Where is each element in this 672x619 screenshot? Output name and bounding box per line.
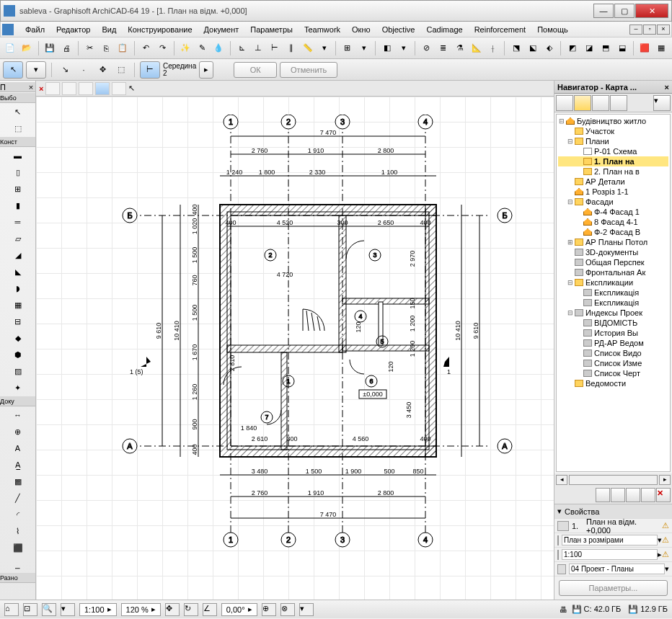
window-tool-icon[interactable]: ⊞: [10, 181, 26, 197]
drawing-tool-icon[interactable]: ⬛: [10, 540, 26, 556]
menu-options[interactable]: Параметры: [244, 24, 299, 35]
angle-icon[interactable]: ∠: [203, 603, 217, 616]
tool2-icon[interactable]: ⬕: [525, 40, 540, 56]
shell-tool-icon[interactable]: ◗: [10, 280, 26, 296]
angle-display[interactable]: 0,00°▸: [221, 603, 257, 616]
snap-guideline-icon[interactable]: ⊾: [234, 40, 249, 56]
tree-hscroll[interactable]: ◂ ▸: [554, 473, 672, 486]
scroll-right-icon[interactable]: ▸: [659, 475, 671, 485]
marquee-icon[interactable]: ⬚: [113, 62, 129, 78]
mdi-restore[interactable]: ▫: [643, 25, 656, 35]
toolbox-more-header[interactable]: Разно: [0, 573, 35, 583]
paste-icon[interactable]: 📋: [115, 40, 131, 56]
menu-reinforcement[interactable]: Reinforcement: [469, 24, 532, 35]
lamp-tool-icon[interactable]: ✦: [10, 380, 26, 396]
morph-tool-icon[interactable]: ◆: [10, 330, 26, 346]
slab-tool-icon[interactable]: ▱: [10, 231, 26, 246]
penset-input[interactable]: [569, 564, 665, 574]
column-tool-icon[interactable]: ▮: [10, 197, 26, 213]
status-tool3-icon[interactable]: ▾: [299, 603, 314, 616]
nav-action-newfolder[interactable]: [626, 488, 640, 502]
dropper-icon[interactable]: 💧: [211, 40, 226, 56]
status-tool1-icon[interactable]: ⊕: [262, 603, 276, 616]
zoom-prev-icon[interactable]: ⌂: [4, 603, 19, 616]
line-tool-icon[interactable]: ╱: [10, 490, 26, 506]
menu-help[interactable]: Помощь: [531, 24, 574, 35]
snap-mid-icon[interactable]: ⊢: [268, 40, 283, 56]
magic-wand-icon[interactable]: ✨: [178, 40, 193, 56]
mdi-minimize[interactable]: –: [629, 25, 642, 35]
menu-teamwork[interactable]: Teamwork: [299, 24, 346, 35]
tab-cursor-icon[interactable]: ↖: [128, 84, 135, 93]
mesh-tool-icon[interactable]: ▦: [10, 297, 26, 313]
menu-objective[interactable]: Objective: [376, 24, 421, 35]
arrow-tool-icon[interactable]: ↖: [10, 104, 26, 120]
menu-cadimage[interactable]: Cadimage: [420, 24, 468, 35]
save-icon[interactable]: 💾: [43, 40, 58, 56]
grid-dropdown-icon[interactable]: ▾: [356, 40, 371, 56]
tab-marquee-icon[interactable]: [79, 82, 93, 95]
scale-input[interactable]: [562, 549, 658, 560]
close-button[interactable]: ✕: [635, 4, 668, 18]
fill-tool-icon[interactable]: ▩: [10, 473, 26, 489]
layer-icon[interactable]: ≣: [436, 40, 451, 56]
drawing-canvas[interactable]: 1 2 3 4 1 2 3 4 Б А Б А: [36, 97, 554, 600]
section-tool-icon[interactable]: ⎯: [10, 556, 26, 572]
copy-icon[interactable]: ⎘: [99, 40, 114, 56]
mdi-close[interactable]: ×: [657, 25, 670, 35]
geometry-mode-button[interactable]: ▾: [26, 61, 46, 79]
menu-design[interactable]: Конструирование: [122, 24, 198, 35]
snap-play-button[interactable]: ▸: [199, 61, 213, 79]
polyline-tool-icon[interactable]: ⌇: [10, 523, 26, 539]
navigator-tree[interactable]: ⊟Будівництво житло Участок ⊟Плани Р-01 С…: [556, 114, 671, 472]
app-menu-icon[interactable]: [2, 24, 14, 35]
print-icon[interactable]: 🖨: [59, 40, 74, 56]
toolbox-doc-header[interactable]: Доку: [0, 396, 35, 406]
dimension-tool-icon[interactable]: ↔: [10, 407, 26, 423]
snap-ruler-icon[interactable]: 📏: [301, 40, 316, 56]
cancel-button[interactable]: Отменить: [280, 62, 337, 78]
tab-tool2-icon[interactable]: [62, 82, 76, 95]
nav-tab-project[interactable]: [556, 95, 573, 111]
layer-combo-input[interactable]: [562, 535, 658, 545]
scale-display[interactable]: 1:100▸: [79, 603, 117, 616]
menu-file[interactable]: Файл: [19, 24, 50, 35]
trace-icon[interactable]: ◧: [379, 40, 394, 56]
object-tool-icon[interactable]: ⬢: [10, 347, 26, 362]
pan-icon[interactable]: ✥: [165, 603, 180, 616]
tool5-icon[interactable]: ◪: [581, 40, 596, 56]
ruler-icon[interactable]: ⟊: [485, 40, 500, 56]
menu-window[interactable]: Окно: [346, 24, 376, 35]
tool3-icon[interactable]: ⬖: [541, 40, 557, 56]
grid-snap-icon[interactable]: ⊞: [340, 40, 355, 56]
door-tool-icon[interactable]: ▯: [10, 164, 26, 180]
tab-hand-icon[interactable]: [95, 82, 110, 95]
pick-arrow-icon[interactable]: ↘: [57, 62, 73, 78]
tab-arrow-icon[interactable]: [45, 82, 60, 95]
pick-point-icon[interactable]: ·: [76, 62, 92, 78]
menu-editor[interactable]: Редактор: [50, 24, 96, 35]
maximize-button[interactable]: ▢: [614, 4, 635, 18]
label-tool-icon[interactable]: A̲: [10, 457, 26, 473]
nav-action-delete[interactable]: ✕: [656, 488, 671, 502]
toolbox-select-header[interactable]: Выбо: [0, 93, 35, 103]
beam-tool-icon[interactable]: ═: [10, 214, 26, 230]
nav-action-1[interactable]: [596, 488, 610, 502]
ok-button[interactable]: ОК: [234, 62, 277, 78]
scroll-left-icon[interactable]: ◂: [556, 475, 567, 485]
zoom-in-icon[interactable]: 🔍: [42, 603, 56, 616]
filter-icon[interactable]: ⚗: [452, 40, 467, 56]
navigator-close-icon[interactable]: ×: [665, 83, 669, 92]
props-header[interactable]: Свойства: [565, 507, 599, 516]
stair-tool-icon[interactable]: ◢: [10, 247, 26, 263]
roof-tool-icon[interactable]: ◣: [10, 264, 26, 280]
toolbox-close-icon[interactable]: ×: [27, 82, 35, 92]
highlighter-icon[interactable]: ✎: [195, 40, 210, 56]
text-tool-icon[interactable]: A: [10, 440, 26, 456]
zoom-pct-display[interactable]: 120 %▸: [121, 603, 161, 616]
status-tool2-icon[interactable]: ⊗: [280, 603, 295, 616]
level-tool-icon[interactable]: ⊕: [10, 424, 26, 440]
nav-tab-layout[interactable]: [592, 95, 609, 111]
nav-tab-viewmap[interactable]: [574, 95, 591, 111]
measure-icon[interactable]: 📐: [469, 40, 484, 56]
